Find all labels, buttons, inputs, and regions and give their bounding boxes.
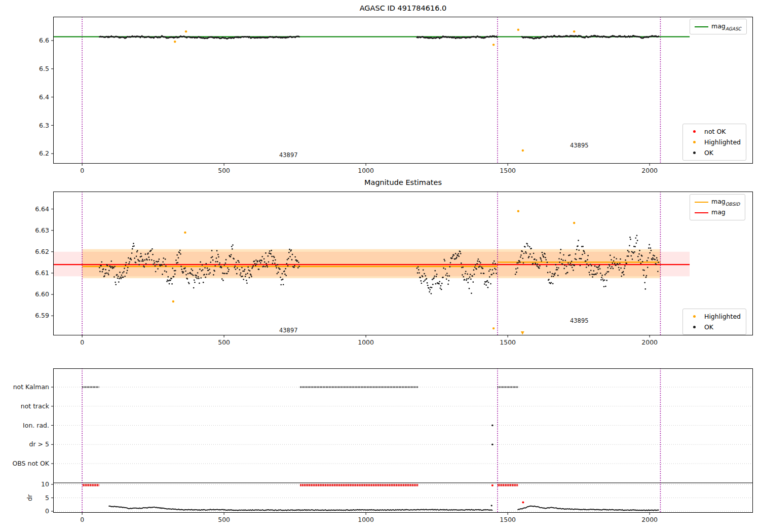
figure: AGASC ID 491784616.0 Magnitude Estimates… [0,0,760,532]
y-tick-label: 6.63 [35,226,49,234]
x-tick-label: 500 [218,167,230,174]
x-tick-label: 1500 [500,338,516,346]
y-tick-label: dr > 5 [29,440,49,448]
y-tick-label: 6.6 [39,36,49,44]
legend-label: magOBSID [709,198,740,207]
y-tick-label: not track [21,402,50,410]
y-tick-label: not Kalman [13,383,49,391]
legend-entry-mag-agasc: magAGASC [693,21,741,32]
legend-entry-ok: OK [686,322,741,332]
x-tick-label: 1500 [500,516,516,523]
x-tick-label: 2000 [641,338,658,346]
x-tick-label: 1000 [358,516,374,523]
legend-entry-mag: mag [693,207,740,218]
y-tick-label: 6.64 [35,205,49,213]
legend-entry-mag-obsid: magOBSID [693,197,740,207]
legend-label: mag [709,208,726,217]
orange-line-sample [693,202,709,203]
legend-entry-ok: OK [686,147,741,158]
y-tick-label: 0 [45,507,49,515]
dr-axis-label: dr [26,495,33,501]
x-tick-label: 1000 [358,338,374,346]
y-tick-label: 6.5 [39,65,49,72]
middle-marker-legend: Highlighted OK [682,309,746,335]
obsid-annotation: 43897 [279,151,298,159]
y-tick-label: 6.60 [35,290,49,298]
top-plot-canvas: 438974389505001000150020006.26.36.46.56.… [53,17,753,164]
top-plot-title: AGASC ID 491784616.0 [53,4,753,12]
x-tick-label: 500 [218,338,230,346]
top-marker-legend: not OK Highlighted OK [682,124,746,161]
black-dot-icon [686,151,702,154]
top-plot: 438974389505001000150020006.26.36.46.56.… [53,17,753,164]
obsid-annotation: 43897 [279,327,298,334]
y-tick-label: 6.3 [39,122,49,129]
legend-entry-highlighted: Highlighted [686,137,741,147]
top-line-legend: magAGASC [690,19,747,34]
x-tick-label: 2000 [641,516,658,523]
bottom-plot-canvas: 0500100015002000not Kalmannot trackIon. … [53,368,753,513]
black-dot-icon [686,326,702,328]
x-tick-label: 1000 [358,167,374,174]
legend-entry-highlighted: Highlighted [686,311,741,322]
y-tick-label: 6.2 [39,149,49,157]
green-line-sample [693,26,709,27]
red-line-sample [693,212,709,213]
y-tick-label: 6.4 [39,93,49,101]
y-tick-label: Ion. rad. [23,422,49,429]
obsid-annotation: 43895 [570,142,589,149]
legend-entry-not-ok: not OK [686,126,741,137]
x-tick-label: 2000 [641,167,658,174]
x-tick-label: 500 [218,516,230,523]
middle-line-legend: magOBSID mag [690,194,745,220]
y-tick-label: 6.62 [35,248,49,255]
obsid-annotation: 43895 [570,317,589,324]
middle-plot: 438974389505001000150020006.596.606.616.… [53,192,753,335]
x-tick-label: 0 [80,338,84,346]
x-tick-label: 1500 [500,167,516,174]
y-tick-label: 6.59 [35,312,49,319]
legend-label: magAGASC [709,22,741,31]
y-tick-label: 6.61 [35,269,49,277]
x-tick-label: 0 [80,516,84,523]
red-dot-icon [686,130,702,133]
bottom-plot: 0500100015002000not Kalmannot trackIon. … [53,368,753,513]
x-tick-label: 0 [80,167,84,174]
middle-plot-title: Magnitude Estimates [53,178,753,186]
y-tick-label: OBS not OK [12,460,49,467]
orange-dot-icon [686,315,702,318]
middle-plot-canvas: 438974389505001000150020006.596.606.616.… [53,192,753,335]
orange-dot-icon [686,141,702,143]
y-tick-label: 5 [45,494,49,502]
y-tick-label: 10 [41,480,49,488]
